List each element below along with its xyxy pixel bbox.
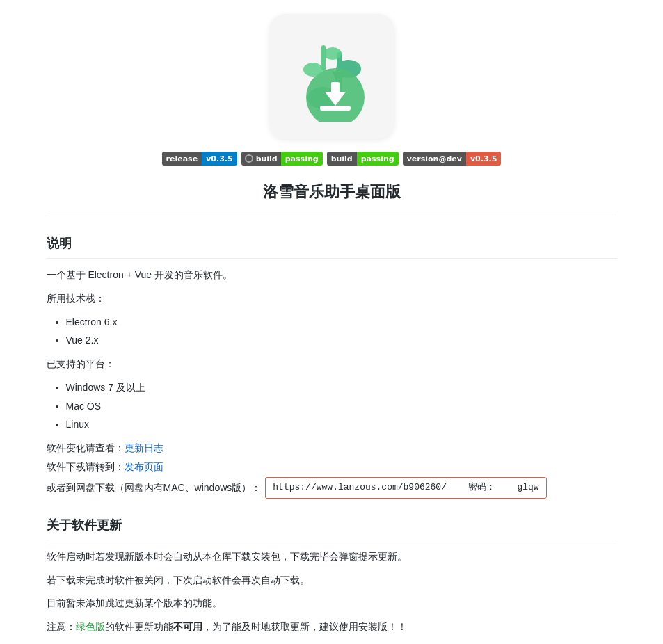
netdisk-url: https://www.lanzous.com/b906260/: [273, 482, 447, 492]
download-prefix: 软件下载请转到：: [47, 459, 125, 474]
build-badge-1-right: passing: [281, 152, 323, 166]
tech-item-vue: Vue 2.x: [66, 332, 617, 348]
page-title: 洛雪音乐助手桌面版: [47, 179, 617, 214]
changelog-prefix: 软件变化请查看：: [47, 440, 125, 456]
travis-icon: [245, 154, 253, 163]
logo-section: [47, 14, 617, 139]
release-badge: release v0.3.5: [162, 152, 237, 166]
netdisk-line: 或者到网盘下载（网盘内有MAC、windows版）： https://www.l…: [47, 477, 617, 499]
release-badge-left: release: [162, 152, 202, 166]
download-page-link[interactable]: 发布页面: [125, 459, 163, 474]
build-badge-2-left: build: [327, 152, 357, 166]
update-line-2: 若下载未完成时软件被关闭，下次启动软件会再次自动下载。: [47, 572, 617, 589]
intro-text: 一个基于 Electron + Vue 开发的音乐软件。: [47, 267, 617, 284]
page-container: release v0.3.5 build passing build passi…: [19, 0, 645, 644]
update-heading: 关于软件更新: [47, 515, 617, 540]
green-version-text: 绿色版: [76, 621, 105, 632]
description-heading: 说明: [47, 234, 617, 259]
tech-item-electron: Electron 6.x: [66, 314, 617, 330]
release-badge-right: v0.3.5: [202, 152, 237, 166]
changelog-line: 软件变化请查看： 更新日志: [47, 440, 617, 456]
build-passing-badge-1: build passing: [241, 152, 323, 166]
svg-point-9: [303, 63, 323, 77]
netdisk-prefix: 或者到网盘下载（网盘内有MAC、windows版）：: [47, 480, 262, 495]
update-notice-suffix: ，为了能及时地获取更新，建议使用安装版！！: [202, 621, 407, 632]
app-logo: [287, 31, 377, 122]
update-line-4: 注意：绿色版的软件更新功能不可用，为了能及时地获取更新，建议使用安装版！！: [47, 619, 617, 636]
changelog-link[interactable]: 更新日志: [125, 440, 163, 456]
update-line-1: 软件启动时若发现新版本时会自动从本仓库下载安装包，下载完毕会弹窗提示更新。: [47, 549, 617, 565]
netdisk-box: https://www.lanzous.com/b906260/ 密码： glq…: [265, 477, 546, 499]
download-line: 软件下载请转到： 发布页面: [47, 459, 617, 474]
platform-mac: Mac OS: [66, 399, 617, 414]
svg-point-11: [323, 47, 342, 60]
build-badge-2-right: passing: [357, 152, 399, 166]
version-dev-badge: version@dev v0.3.5: [403, 152, 502, 166]
update-line-3: 目前暂未添加跳过更新某个版本的功能。: [47, 595, 617, 612]
netdisk-password: glqw: [517, 482, 538, 492]
platform-windows: Windows 7 及以上: [66, 380, 617, 395]
section-description: 说明 一个基于 Electron + Vue 开发的音乐软件。 所用技术栈： E…: [47, 234, 617, 499]
version-badge-right: v0.3.5: [466, 152, 502, 166]
update-notice-mid: 的软件更新功能: [105, 621, 173, 632]
svg-rect-7: [331, 82, 340, 96]
update-notice-prefix: 注意：: [47, 621, 76, 632]
tech-stack-label: 所用技术栈：: [47, 291, 617, 307]
build-badge-1-left: build: [241, 152, 281, 166]
build-passing-badge-2: build passing: [327, 152, 399, 166]
netdisk-password-label: 密码：: [468, 482, 495, 492]
section-update: 关于软件更新 软件启动时若发现新版本时会自动从本仓库下载安装包，下载完毕会弹窗提…: [47, 515, 617, 644]
badges-section: release v0.3.5 build passing build passi…: [47, 152, 617, 166]
not-available-text: 不可用: [173, 621, 202, 632]
svg-rect-8: [320, 106, 351, 111]
svg-rect-10: [321, 45, 326, 71]
version-badge-left: version@dev: [403, 152, 466, 166]
logo-wrapper: [269, 14, 394, 139]
platforms-label: 已支持的平台：: [47, 356, 617, 373]
platforms-list: Windows 7 及以上 Mac OS Linux: [66, 380, 617, 432]
tech-list: Electron 6.x Vue 2.x: [66, 314, 617, 348]
platform-linux: Linux: [66, 417, 617, 432]
